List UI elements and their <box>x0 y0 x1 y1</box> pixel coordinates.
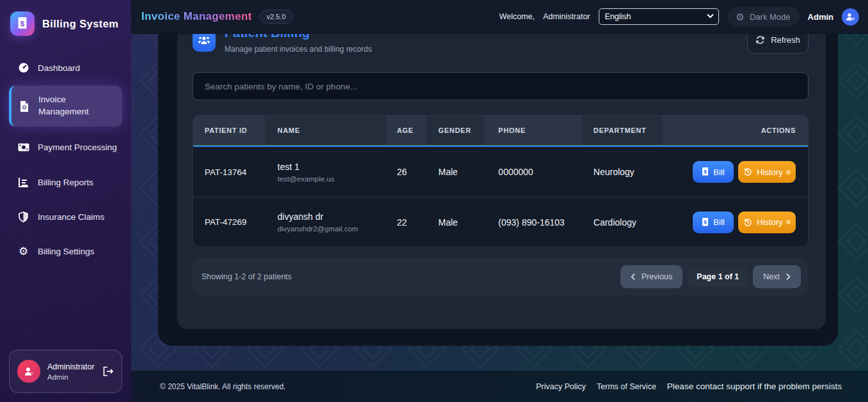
logout-button[interactable] <box>102 366 114 376</box>
sidebar-item-label: Billing Reports <box>38 178 93 187</box>
cell-name: divyansh dr divyanshdr2@gmail.com <box>265 197 387 246</box>
privacy-policy-link[interactable]: Privacy Policy <box>536 382 586 391</box>
page-subtitle: Manage patient invoices and billing reco… <box>225 45 372 54</box>
receipt-icon: $ <box>702 218 709 227</box>
col-name: Name <box>265 116 387 145</box>
cell-actions: $ Bill History <box>662 197 809 246</box>
support-message: Please contact support if the problem pe… <box>667 382 842 391</box>
previous-label: Previous <box>642 272 673 281</box>
col-department: Department <box>582 116 662 145</box>
sidebar-user-card: Administrator Admin <box>9 350 122 393</box>
patient-email: divyanshdr2@gmail.com <box>278 225 387 233</box>
person-add-icon <box>846 13 855 21</box>
dark-mode-label: Dark Mode <box>750 12 791 22</box>
cell-patient-id: PAT-47269 <box>193 197 265 246</box>
svg-text:$: $ <box>704 169 707 174</box>
logout-icon <box>102 366 114 376</box>
patient-billing-panel: Patient Billing Manage patient invoices … <box>177 5 826 329</box>
refresh-icon <box>755 35 765 45</box>
report-chart-icon <box>17 177 29 187</box>
sidebar-item-billing-reports[interactable]: Billing Reports <box>9 169 122 195</box>
welcome-text: Welcome, <box>500 12 535 21</box>
history-icon <box>743 167 752 176</box>
history-label: History <box>757 167 782 177</box>
sidebar-item-label: Dashboard <box>38 63 80 73</box>
cell-gender: Male <box>426 147 484 197</box>
history-button[interactable]: History <box>738 161 796 183</box>
header-title: Invoice Management <box>141 10 252 23</box>
history-button[interactable]: History <box>738 212 796 233</box>
svg-text:$: $ <box>704 219 707 225</box>
page-indicator: Page 1 of 1 <box>688 267 747 287</box>
language-select[interactable]: English <box>599 8 719 25</box>
user-avatar[interactable] <box>842 8 859 26</box>
patient-email: test@example.us <box>278 175 387 183</box>
sidebar-item-invoice-management[interactable]: Invoice Management <box>9 86 122 127</box>
chevron-left-icon <box>631 273 636 281</box>
history-label: History <box>757 217 782 227</box>
version-badge: v2.5.0 <box>260 10 293 24</box>
col-phone: Phone <box>484 116 582 145</box>
sidebar: $ Billing System Dashboard Invoice Manag… <box>0 0 131 402</box>
cell-phone: (093) 890-16103 <box>484 197 582 246</box>
next-page-button[interactable]: Next <box>753 265 801 288</box>
person-heart-icon <box>24 367 34 376</box>
col-actions: Actions <box>662 116 809 145</box>
sidebar-item-label: Insurance Claims <box>38 212 104 222</box>
history-badge-dot <box>786 220 791 224</box>
chevron-right-icon <box>785 273 791 281</box>
sidebar-user-role: Admin <box>47 373 102 381</box>
sidebar-item-payment-processing[interactable]: Payment Processing <box>9 134 122 160</box>
next-label: Next <box>763 272 780 281</box>
table-row: PAT-47269 divyansh dr divyanshdr2@gmail.… <box>193 197 808 246</box>
patient-name: test 1 <box>278 162 387 172</box>
cash-icon <box>17 143 29 151</box>
sidebar-item-label: Billing Settings <box>38 247 95 256</box>
app-logo-row: $ Billing System <box>10 12 118 36</box>
bill-button[interactable]: $ Bill <box>693 161 734 183</box>
col-gender: Gender <box>426 116 484 145</box>
gear-icon: ⚙ <box>17 246 29 257</box>
history-icon <box>743 218 752 227</box>
cell-name: test 1 test@example.us <box>265 147 387 197</box>
history-badge-dot <box>786 170 791 174</box>
patient-name: divyansh dr <box>278 212 387 222</box>
app-name: Billing System <box>42 18 118 30</box>
welcome-username: Administrator <box>543 12 590 21</box>
cell-patient-id: PAT-13764 <box>193 147 265 197</box>
bill-label: Bill <box>713 167 724 177</box>
sidebar-item-billing-settings[interactable]: ⚙ Billing Settings <box>9 238 122 264</box>
cell-department: Neurology <box>582 147 662 197</box>
terms-of-service-link[interactable]: Terms of Service <box>597 382 656 391</box>
copyright-text: © 2025 VitalBlink. All rights reserved. <box>160 382 286 391</box>
gear-icon: ⚙ <box>736 12 745 22</box>
sidebar-item-dashboard[interactable]: Dashboard <box>9 55 122 81</box>
cell-actions: $ Bill History <box>662 147 809 197</box>
patients-table: Patient ID Name Age Gender Phone Departm… <box>193 115 809 246</box>
cell-phone: 0000000 <box>484 147 582 197</box>
svg-text:$: $ <box>20 20 25 27</box>
invoice-file-icon <box>18 101 30 112</box>
col-patient-id: Patient ID <box>193 116 265 145</box>
table-row: PAT-13764 test 1 test@example.us 26 Male… <box>193 147 808 197</box>
refresh-label: Refresh <box>771 35 800 45</box>
sidebar-item-label: Invoice Management <box>38 94 110 118</box>
cell-gender: Male <box>426 197 484 246</box>
dark-mode-toggle[interactable]: ⚙ Dark Mode <box>727 7 800 26</box>
shield-icon <box>17 212 29 222</box>
col-age: Age <box>386 116 426 145</box>
sidebar-item-label: Payment Processing <box>38 143 117 152</box>
sidebar-item-insurance-claims[interactable]: Insurance Claims <box>9 204 122 229</box>
results-summary: Showing 1-2 of 2 patients <box>201 272 292 281</box>
admin-label: Admin <box>808 12 833 22</box>
receipt-icon: $ <box>702 167 709 176</box>
cell-age: 22 <box>386 197 426 246</box>
previous-page-button[interactable]: Previous <box>620 265 683 288</box>
bill-button[interactable]: $ Bill <box>693 212 734 233</box>
pagination-bar: Showing 1-2 of 2 patients Previous Page … <box>193 258 809 296</box>
search-input[interactable] <box>193 72 809 100</box>
top-header-bar: Invoice Management v2.5.0 Welcome, Admin… <box>131 0 868 34</box>
dashboard-icon <box>17 62 29 73</box>
billing-logo-icon: $ <box>10 12 35 36</box>
sidebar-user-name: Administrator <box>47 362 102 371</box>
